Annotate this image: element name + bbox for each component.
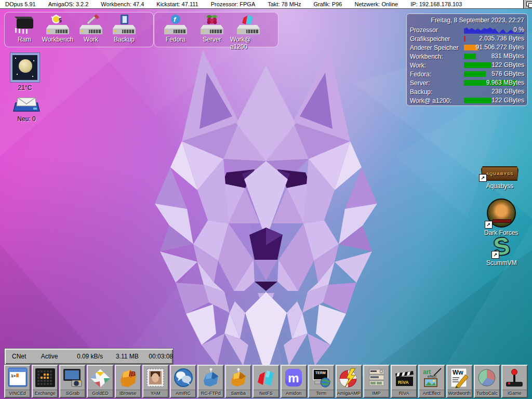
usage-bar xyxy=(464,98,491,103)
drive-label: Backup xyxy=(114,36,135,43)
cpu-value: 0 % xyxy=(513,26,524,34)
menu-item-netzwerk: Netzwerk: Online xyxy=(354,1,398,7)
usage-bar xyxy=(464,62,491,68)
rcftpd-icon xyxy=(200,367,222,388)
drive-label: Work@ a1200 xyxy=(230,36,267,50)
monitor-row-backup: Backup: 238 GBytes xyxy=(410,87,524,96)
svg-text:5: 5 xyxy=(59,18,62,23)
desktop-icon-aquabyss[interactable]: AQUABYSS ↗ Aquabyss xyxy=(481,166,518,190)
menu-item-kickstart: Kickstart: 47.111 xyxy=(156,1,198,7)
raspberry-disk-icon xyxy=(200,15,224,36)
drive-label: Work xyxy=(84,36,98,43)
dock-app-samba[interactable]: Samba xyxy=(225,365,251,398)
monitor-row-grafikspeicher: Grafikspeicher 2.035.736 Bytes xyxy=(410,34,524,43)
cnet-status: Active xyxy=(41,353,77,360)
usage-bar xyxy=(464,36,466,42)
drive-fedora[interactable]: f Fedora xyxy=(157,15,194,43)
dock-app-wordworth[interactable]: Ww Wordworth xyxy=(446,365,473,398)
work-disk-icon xyxy=(78,15,103,36)
dock-app-yam[interactable]: YAM xyxy=(142,365,169,398)
mailbox-icon xyxy=(12,94,41,113)
dock-applications: 1> VINCEd Exchange xyxy=(4,365,528,398)
samba-icon xyxy=(227,367,250,388)
svg-text:RiVA: RiVA xyxy=(398,380,409,385)
dock-app-golded[interactable]: GoldED xyxy=(87,365,113,398)
monitor-row-fedora: Fedora: 576 GBytes xyxy=(410,70,524,78)
dock-system-drives: Ram 5 Workbench Work xyxy=(4,12,154,47)
arteffect-icon: art effect xyxy=(420,367,443,388)
dock-app-amigaamp[interactable]: AmigaAMP xyxy=(336,365,362,398)
desktop-icon-scummvm[interactable]: S ↗ ScummVM xyxy=(486,235,517,267)
dock-app-term[interactable]: TERM Term xyxy=(308,365,335,398)
drive-server[interactable]: Server xyxy=(194,15,230,43)
amirc-icon xyxy=(172,367,195,388)
netfs-icon xyxy=(255,367,277,388)
dock-app-netfs[interactable]: NetFS xyxy=(252,365,279,398)
dock-app-rcftpd[interactable]: RC-FTPd xyxy=(197,365,224,398)
cnet-time: 00:03:08 xyxy=(149,353,173,360)
igame-joystick-icon xyxy=(503,367,526,388)
imp-hifi-icon xyxy=(365,367,388,388)
leftout-arrow-icon: ↗ xyxy=(479,174,487,182)
leftout-arrow-icon: ↗ xyxy=(485,221,493,229)
dock-app-vinced[interactable]: 1> VINCEd xyxy=(4,365,31,398)
term-icon: TERM xyxy=(310,367,332,388)
dock-app-sgrab[interactable]: SGrab xyxy=(59,365,86,398)
leftout-arrow-icon: ↗ xyxy=(491,251,499,259)
dock-app-turbocalc[interactable]: TurboCalc xyxy=(474,365,500,398)
menu-item-dopus: DOpus 5.91 xyxy=(5,1,36,7)
desktop-icon-dark-forces[interactable]: ↗ Dark Forces xyxy=(484,198,518,236)
cnet-total: 3.11 MB xyxy=(116,353,149,360)
screen-title-bar: DOpus 5.91 AmigaOS: 3.2.2 Workbench: 47.… xyxy=(0,0,532,9)
monitor-row-work: Work: 122 GBytes xyxy=(410,61,524,70)
dock-app-arteffect[interactable]: art effect ArtEffect xyxy=(418,365,445,398)
mail-label: Neu: 0 xyxy=(17,115,35,123)
dock-app-ibrowse[interactable]: IB IBrowse xyxy=(115,365,141,398)
screen-depth-gadget[interactable] xyxy=(523,0,532,8)
amidon-mastodon-icon: m xyxy=(282,367,305,388)
fedora-disk-icon: f xyxy=(163,15,188,36)
golded-icon xyxy=(89,367,112,388)
drive-work-a1200[interactable]: Work@ a1200 xyxy=(230,15,267,50)
dock-app-igame[interactable]: iGame xyxy=(501,365,528,398)
system-monitor-panel: Freitag, 8 September 2023, 22:27 Prozess… xyxy=(406,14,528,106)
monitor-row-prozessor: Prozessor 0 % xyxy=(410,25,524,34)
dock-app-exchange[interactable]: Exchange xyxy=(32,365,58,398)
exchange-icon xyxy=(34,367,57,388)
cnet-status-window[interactable]: CNet Active 0.09 kB/s 3.11 MB 00:03:08 xyxy=(4,348,174,365)
monitor-row-work-a1200: Work@ a1200: 122 GBytes xyxy=(410,96,524,105)
ram-chip-icon xyxy=(12,15,37,36)
svg-text:IB: IB xyxy=(129,370,136,378)
menu-item-ip: IP: 192.168.178.103 xyxy=(410,1,462,7)
turbocalc-pie-icon xyxy=(475,367,498,388)
cnet-rate: 0.09 kB/s xyxy=(77,353,116,360)
menu-item-grafik: Grafik: P96 xyxy=(313,1,342,7)
drive-label: Server xyxy=(203,36,221,43)
sgrab-icon xyxy=(61,367,84,388)
menu-item-amigaos: AmigaOS: 3.2.2 xyxy=(48,1,89,7)
dock-app-amidon[interactable]: m Amidon xyxy=(281,365,307,398)
dock-app-riva[interactable]: RiVA RiVA xyxy=(391,365,417,398)
drive-backup[interactable]: Backup xyxy=(108,15,141,43)
dock-app-amirc[interactable]: AmIRC xyxy=(170,365,196,398)
svg-text:Ww: Ww xyxy=(453,369,463,376)
drive-workbench[interactable]: 5 Workbench xyxy=(41,15,74,43)
a1200-disk-icon xyxy=(236,15,261,36)
desktop-icon-weather[interactable]: 21°C xyxy=(10,53,39,91)
backup-disk-icon xyxy=(112,15,137,36)
menu-item-prozessor: Prozessor: FPGA xyxy=(211,1,256,7)
monitor-row-server: Server: 9.963 MBytes xyxy=(410,78,524,87)
dock-app-imp[interactable]: IMP xyxy=(363,365,390,398)
riva-clapperboard-icon: RiVA xyxy=(393,367,416,388)
svg-text:1>: 1> xyxy=(11,374,16,378)
usage-bar xyxy=(464,71,486,77)
svg-text:m: m xyxy=(288,371,299,385)
drive-label: Ram xyxy=(18,36,31,43)
yam-stamp-icon xyxy=(144,367,167,388)
svg-text:TERM: TERM xyxy=(315,371,326,375)
drive-ram[interactable]: Ram xyxy=(8,15,41,43)
desktop-icon-mail[interactable]: Neu: 0 xyxy=(12,94,41,123)
workbench-disk-icon: 5 xyxy=(45,15,70,36)
game-label: Aquabyss xyxy=(486,182,514,190)
drive-work[interactable]: Work xyxy=(74,15,108,43)
